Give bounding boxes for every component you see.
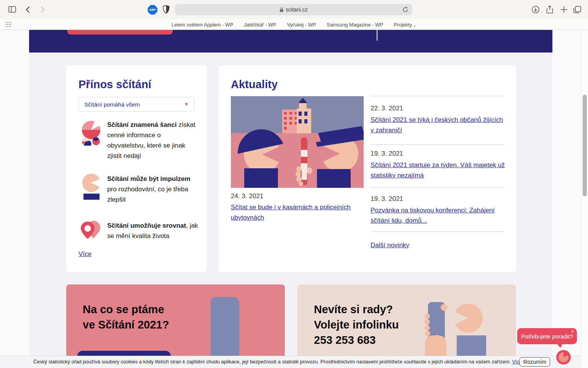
map-pin-heart-icon xyxy=(78,219,103,242)
benefits-more-link[interactable]: Více xyxy=(78,250,91,258)
dropdown-value: Sčítání pomáhá všem xyxy=(84,101,140,108)
scrollbar-track[interactable] xyxy=(581,30,588,368)
url-text: scitani.cz xyxy=(286,7,308,13)
news-item-link[interactable]: Sčítání 2021 se týká i českých občanů ži… xyxy=(371,115,505,135)
news-featured-image[interactable] xyxy=(231,96,364,188)
dropdown-arrow-icon: ▼ xyxy=(184,102,189,107)
pram-chart-icon xyxy=(80,120,102,146)
site-header xyxy=(29,30,552,53)
cookie-accept-button[interactable]: Rozumím xyxy=(519,357,550,366)
web-page: Přínos sčítání Sčítání pomáhá všem ▼ xyxy=(0,30,588,368)
news-item-link[interactable]: Pozvánka na tiskovou konferenci: Zahájen… xyxy=(371,205,505,226)
news-featured-link[interactable]: Sčítat se bude i v kasárnách a policejní… xyxy=(231,202,361,223)
divider xyxy=(371,232,505,232)
divider xyxy=(371,145,505,145)
cookie-bar: Český statistický úřad používá soubory c… xyxy=(0,356,588,368)
cookie-text: Český statistický úřad používá soubory c… xyxy=(33,359,544,365)
reload-icon[interactable] xyxy=(402,6,409,13)
chevron-down-icon: ⌄ xyxy=(413,23,416,27)
share-icon[interactable] xyxy=(545,5,554,14)
downloads-icon[interactable] xyxy=(531,5,540,14)
benefits-dropdown[interactable]: Sčítání pomáhá všem ▼ xyxy=(78,97,194,112)
favorite-item[interactable]: Samsung Magazine - WP xyxy=(327,22,383,28)
news-card: Aktuality xyxy=(219,65,516,272)
benefits-card: Přínos sčítání Sčítání pomáhá všem ▼ xyxy=(66,65,207,272)
chat-bubble-text: Potřebujete poradit? xyxy=(521,333,573,340)
text-caret xyxy=(377,30,377,41)
chat-bubble-tail xyxy=(557,344,562,348)
favorite-folder-projekty[interactable]: Projekty ⌄ xyxy=(394,22,416,28)
header-red-button[interactable] xyxy=(67,30,173,34)
new-tab-icon[interactable] xyxy=(559,5,568,14)
news-item-link[interactable]: Sčítání 2021 startuje za týden. Váš maje… xyxy=(371,160,505,181)
browser-window: ABP scitani.cz Letem sv xyxy=(0,0,588,368)
news-title: Aktuality xyxy=(231,78,278,91)
address-bar[interactable]: scitani.cz xyxy=(175,4,412,15)
scrollbar-thumb[interactable] xyxy=(583,95,587,196)
news-date: 19. 3. 2021 xyxy=(371,195,403,203)
news-date: 22. 3. 2021 xyxy=(371,105,403,112)
news-date: 19. 3. 2021 xyxy=(371,150,403,158)
chat-close-icon[interactable]: × xyxy=(571,329,574,334)
lock-icon xyxy=(279,7,284,12)
back-icon[interactable] xyxy=(24,5,33,14)
benefit-item: Sčítání může být impulzem pro rozhodován… xyxy=(107,174,198,205)
promo-help-title: Nevíte si rady? Volejte infolinku 253 25… xyxy=(314,302,399,348)
forward-icon[interactable] xyxy=(38,5,47,14)
person-pie-icon xyxy=(82,174,101,200)
divider xyxy=(371,96,505,96)
favorite-item[interactable]: Jablíčkář - WP xyxy=(244,22,276,28)
shield-extension-icon[interactable] xyxy=(162,5,170,15)
news-date: 24. 3. 2021 xyxy=(231,192,263,200)
browser-toolbar: ABP scitani.cz xyxy=(0,0,588,19)
site-container: Přínos sčítání Sčítání pomáhá všem ▼ xyxy=(29,30,552,368)
favorite-item[interactable]: Vyťukej - WP xyxy=(287,22,316,28)
favorite-item[interactable]: Letem světem Applem - WP xyxy=(172,22,233,28)
chat-bubble[interactable]: Potřebujete poradit? xyxy=(517,328,577,344)
divider xyxy=(371,187,505,188)
benefits-title: Přínos sčítání xyxy=(78,78,151,91)
benefit-item: Sčítání znamená šanci získat cenné infor… xyxy=(107,120,198,161)
sidebar-toggle-icon[interactable] xyxy=(8,5,17,14)
promo-questions-title: Na co se ptáme ve Sčítání 2021? xyxy=(83,302,169,332)
adblock-extension-icon[interactable]: ABP xyxy=(148,5,157,15)
tab-overview-icon[interactable] xyxy=(573,5,582,14)
news-more-link[interactable]: Další novinky xyxy=(371,240,409,250)
chat-launcher-button[interactable] xyxy=(556,350,571,365)
benefit-item: Sčítání umožňuje srovnat, jak se mění kv… xyxy=(107,220,198,241)
